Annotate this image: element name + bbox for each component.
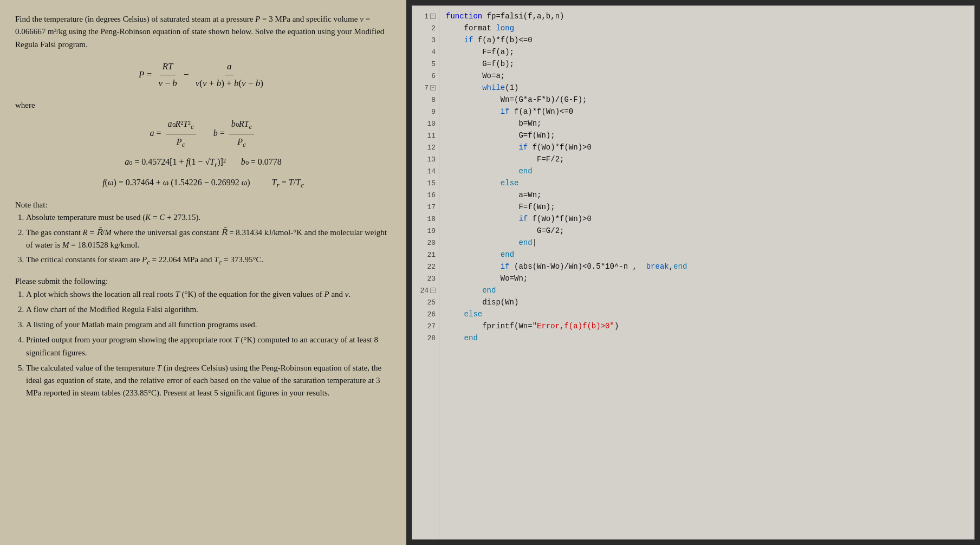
code-line-9: if f(a)*f(Wn)<=0 bbox=[446, 106, 968, 118]
code-container: 1−234567−8910111213141516171819202122232… bbox=[412, 6, 974, 539]
submit-title: Please submit the following: bbox=[15, 275, 391, 288]
code-line-5: G=f(b); bbox=[446, 58, 968, 70]
line-num-17: 17 bbox=[412, 201, 439, 213]
code-line-14: end bbox=[446, 165, 968, 177]
line-num-1: 1− bbox=[412, 10, 439, 22]
line-num-24: 24− bbox=[412, 284, 439, 296]
submit-item-2: A flow chart of the Modified Regula Fals… bbox=[26, 303, 391, 316]
code-line-21: end bbox=[446, 249, 968, 261]
line-num-9: 9 bbox=[412, 106, 439, 118]
code-line-7: while(1) bbox=[446, 82, 968, 94]
left-panel: Find the temperature (in degrees Celsius… bbox=[0, 0, 406, 545]
line-num-4: 4 bbox=[412, 46, 439, 58]
line-num-18: 18 bbox=[412, 213, 439, 225]
code-line-18: if f(Wo)*f(Wn)>0 bbox=[446, 213, 968, 225]
code-line-25: disp(Wn) bbox=[446, 296, 968, 308]
sub-equations-fw: f(ω) = 0.37464 + ω (1.54226 − 0.26992 ω)… bbox=[15, 176, 391, 191]
code-line-17: F=f(Wn); bbox=[446, 201, 968, 213]
note-item-1: Absolute temperature must be used (K = C… bbox=[26, 211, 391, 224]
code-line-19: G=G/2; bbox=[446, 225, 968, 237]
code-line-2: format long bbox=[446, 22, 968, 34]
code-line-6: Wo=a; bbox=[446, 70, 968, 82]
line-num-5: 5 bbox=[412, 58, 439, 70]
sub-equations-a0b0: a₀ = 0.45724[1 + f(1 − √Tr)]² b₀ = 0.077… bbox=[15, 155, 391, 171]
code-line-26: else bbox=[446, 308, 968, 320]
main-equation: P = RT v − b − a v(v + b) + b(v − b) bbox=[15, 60, 391, 91]
line-num-13: 13 bbox=[412, 153, 439, 165]
line-num-6: 6 bbox=[412, 70, 439, 82]
code-line-8: Wn=(G*a-F*b)/(G-F); bbox=[446, 94, 968, 106]
code-editor: 1−234567−8910111213141516171819202122232… bbox=[412, 5, 975, 540]
line-num-2: 2 bbox=[412, 22, 439, 34]
line-num-22: 22 bbox=[412, 261, 439, 272]
line-num-14: 14 bbox=[412, 165, 439, 177]
submit-item-4: Printed output from your program showing… bbox=[26, 334, 391, 359]
code-content[interactable]: function fp=falsi(f,a,b,n) format long i… bbox=[439, 6, 974, 539]
line-num-23: 23 bbox=[412, 272, 439, 284]
code-line-1: function fp=falsi(f,a,b,n) bbox=[446, 10, 968, 22]
problem-statement: Find the temperature (in degrees Celsius… bbox=[15, 13, 391, 51]
code-line-10: b=Wn; bbox=[446, 118, 968, 129]
note-item-3: The critical constants for steam are Pc … bbox=[26, 254, 391, 268]
line-num-28: 28 bbox=[412, 332, 439, 344]
line-num-25: 25 bbox=[412, 296, 439, 308]
note-section: Note that: Absolute temperature must be … bbox=[15, 199, 391, 268]
code-line-13: F=F/2; bbox=[446, 153, 968, 165]
line-num-16: 16 bbox=[412, 189, 439, 201]
note-item-2: The gas constant R = R̄/M where the univ… bbox=[26, 226, 391, 252]
submit-list: A plot which shows the location all real… bbox=[26, 288, 391, 400]
submit-item-1: A plot which shows the location all real… bbox=[26, 288, 391, 301]
code-line-11: G=f(Wn); bbox=[446, 129, 968, 141]
note-list: Absolute temperature must be used (K = C… bbox=[26, 211, 391, 268]
line-num-3: 3 bbox=[412, 34, 439, 46]
line-num-11: 11 bbox=[412, 129, 439, 141]
line-num-8: 8 bbox=[412, 94, 439, 106]
line-num-12: 12 bbox=[412, 141, 439, 153]
submit-section: Please submit the following: A plot whic… bbox=[15, 275, 391, 399]
code-line-27: fprintf(Wn="Error,f(a)f(b)>0") bbox=[446, 320, 968, 332]
line-num-15: 15 bbox=[412, 177, 439, 189]
code-line-4: F=f(a); bbox=[446, 46, 968, 58]
line-num-21: 21 bbox=[412, 249, 439, 261]
where-label: where bbox=[15, 99, 391, 112]
code-line-28: end bbox=[446, 332, 968, 344]
code-line-12: if f(Wo)*f(Wn)>0 bbox=[446, 141, 968, 153]
submit-item-5: The calculated value of the temperature … bbox=[26, 362, 391, 400]
code-line-23: Wo=Wn; bbox=[446, 272, 968, 284]
code-line-22: if (abs(Wn-Wo)/Wn)<0.5*10^-n , break,end bbox=[446, 261, 968, 272]
code-line-16: a=Wn; bbox=[446, 189, 968, 201]
line-num-19: 19 bbox=[412, 225, 439, 237]
line-num-7: 7− bbox=[412, 82, 439, 94]
note-title: Note that: bbox=[15, 199, 391, 211]
line-numbers: 1−234567−8910111213141516171819202122232… bbox=[412, 6, 439, 539]
line-num-26: 26 bbox=[412, 308, 439, 320]
code-line-15: else bbox=[446, 177, 968, 189]
line-num-27: 27 bbox=[412, 320, 439, 332]
code-line-20: end| bbox=[446, 237, 968, 249]
code-line-3: if f(a)*f(b)<=0 bbox=[446, 34, 968, 46]
sub-equations-ab: a = a₀R²T²c Pc b = b₀RTc Pc bbox=[15, 118, 391, 151]
submit-item-3: A listing of your Matlab main program an… bbox=[26, 319, 391, 331]
line-num-10: 10 bbox=[412, 118, 439, 129]
line-num-20: 20 bbox=[412, 237, 439, 249]
code-line-24: end bbox=[446, 284, 968, 296]
